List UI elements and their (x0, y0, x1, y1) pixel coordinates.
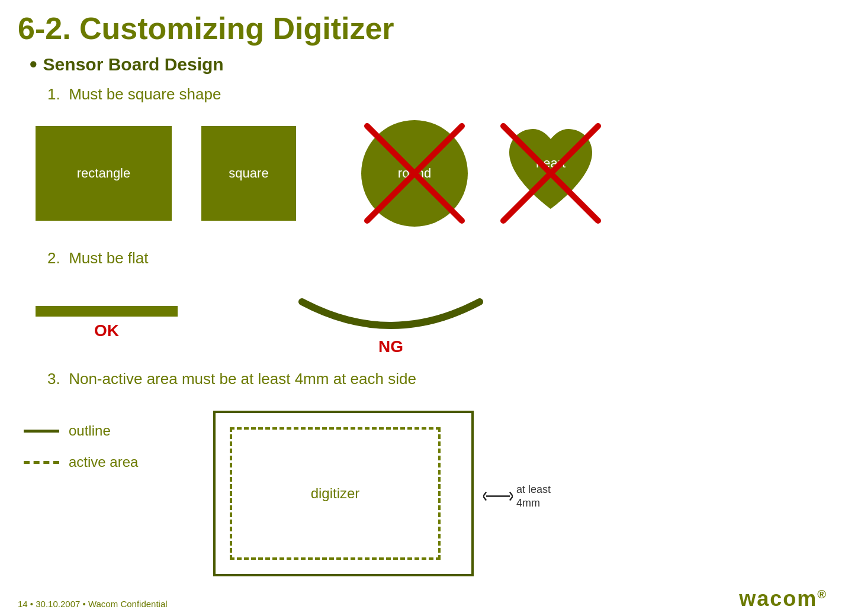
wacom-logo: wacom® (739, 586, 827, 611)
flat-section: OK NG (0, 284, 845, 359)
curved-ng-shape (296, 290, 486, 343)
ok-label: OK (94, 321, 119, 340)
flat-ok-group: OK (36, 306, 178, 340)
legend: outline active area (24, 411, 142, 470)
logo-dot: ® (817, 588, 827, 601)
legend-outline-label: outline (69, 423, 111, 439)
diagram-container: digitizer at least 4mm (213, 411, 474, 582)
at-least-label: at least (516, 483, 551, 496)
mm-label: 4mm (516, 496, 551, 510)
flat-bar-ok (36, 306, 178, 317)
numbered-item-2: 2. Must be flat (0, 244, 845, 272)
rectangle-shape: rectangle (36, 126, 172, 221)
cross-overlay-circle (361, 120, 468, 227)
square-shape: square (201, 126, 296, 221)
arrow-icon (483, 488, 513, 505)
bottom-section: outline active area digitizer at least 4… (0, 399, 845, 594)
legend-active-item: active area (24, 454, 142, 470)
shapes-row: rectangle square round heart (0, 108, 845, 238)
section-header: • Sensor Board Design (0, 52, 845, 80)
at-least-annotation: at least 4mm (483, 483, 551, 511)
bullet-icon: • (30, 52, 37, 77)
legend-outline-item: outline (24, 423, 142, 439)
legend-solid-line (24, 430, 59, 433)
cross-overlay-heart (497, 120, 604, 227)
ng-shapes: round heart (361, 120, 604, 227)
footer: 14 • 30.10.2007 • Wacom Confidential (18, 599, 168, 609)
heart-ng-wrapper: heart (497, 120, 604, 227)
ng-label: NG (378, 337, 403, 356)
flat-ng-group: NG (296, 290, 486, 356)
digitizer-label: digitizer (311, 485, 360, 502)
inner-dashed-rect: digitizer (230, 427, 441, 560)
legend-active-label: active area (69, 454, 138, 470)
numbered-item-1: 1. Must be square shape (0, 80, 845, 108)
at-least-text-group: at least 4mm (516, 483, 551, 511)
page-title: 6-2. Customizing Digitizer (0, 0, 845, 52)
numbered-item-3: 3. Non-active area must be at least 4mm … (0, 365, 845, 393)
circle-ng-wrapper: round (361, 120, 468, 227)
legend-dashed-line (24, 461, 59, 464)
section-label: Sensor Board Design (43, 54, 224, 75)
